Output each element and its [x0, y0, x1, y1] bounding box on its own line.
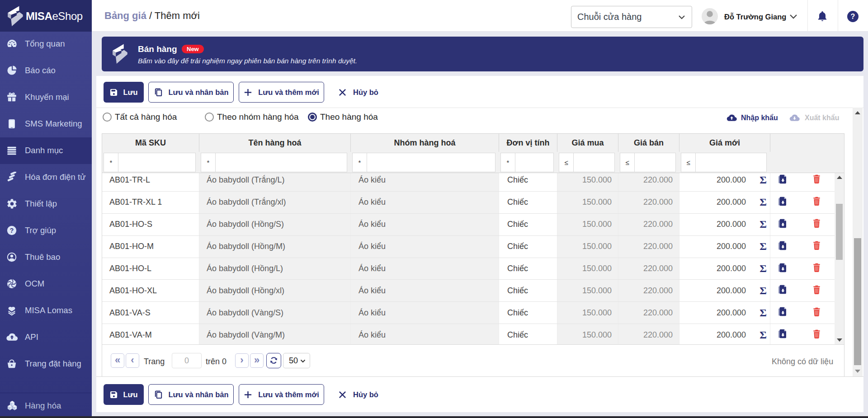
svg-text:?: ? [10, 227, 14, 234]
